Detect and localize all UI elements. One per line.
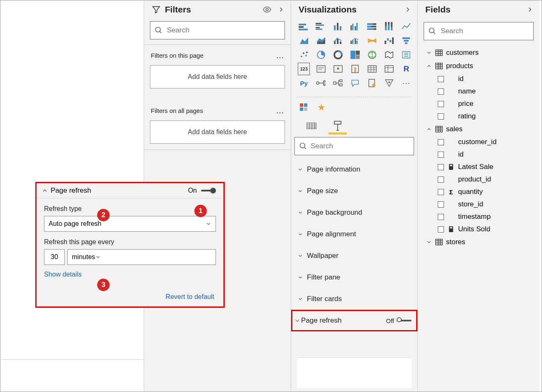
checkbox[interactable]	[438, 101, 444, 107]
viz-table-icon[interactable]	[366, 63, 378, 75]
viz-treemap-icon[interactable]	[349, 49, 361, 61]
filters-search[interactable]	[150, 21, 285, 39]
checkbox[interactable]	[438, 76, 444, 82]
revert-default-link[interactable]: Revert to default	[37, 278, 223, 301]
toggle-off-icon[interactable]	[397, 318, 412, 323]
viz-line-column-icon[interactable]	[332, 34, 344, 47]
format-search-input[interactable]	[311, 142, 410, 150]
viz-line-icon[interactable]	[400, 20, 412, 33]
svg-point-1	[156, 27, 161, 32]
viz-fields-tab[interactable]	[304, 119, 319, 133]
field-products-id[interactable]: id	[418, 73, 540, 85]
viz-appsource-icon[interactable]	[298, 101, 310, 114]
refresh-type-select[interactable]: Auto page refresh	[44, 216, 216, 232]
viz-waterfall-icon[interactable]	[383, 34, 395, 47]
table-stores[interactable]: stores	[418, 235, 540, 249]
checkbox[interactable]	[438, 201, 444, 208]
field-sales-timestamp[interactable]: timestamp	[418, 211, 540, 223]
format-page-refresh[interactable]: Page refresh Off	[291, 310, 417, 331]
viz-clustered-bar-icon[interactable]	[315, 20, 327, 33]
viz-100-column-icon[interactable]	[383, 20, 395, 33]
viz-key-influencers-icon[interactable]	[315, 77, 327, 89]
field-products-rating[interactable]: rating	[418, 110, 540, 122]
viz-decomposition-icon[interactable]	[332, 77, 344, 89]
viz-ribbon-icon[interactable]	[366, 34, 378, 47]
viz-python-icon[interactable]: Py	[298, 77, 310, 89]
field-sales-latest-sale[interactable]: Latest Sale	[418, 161, 540, 173]
svg-point-45	[306, 51, 308, 53]
field-sales-product_id[interactable]: product_id	[418, 173, 540, 186]
checkbox[interactable]	[438, 176, 444, 183]
field-sales-quantity[interactable]: Σquantity	[418, 186, 540, 198]
format-filter-pane[interactable]: Filter pane	[291, 267, 417, 288]
divider	[1, 359, 144, 360]
checkbox[interactable]	[438, 189, 444, 195]
viz-map-icon[interactable]	[366, 49, 378, 61]
viz-filled-map-icon[interactable]	[383, 49, 395, 61]
viz-card-icon[interactable]	[315, 63, 327, 75]
chevron-right-icon[interactable]	[404, 6, 412, 13]
format-filter-cards[interactable]: Filter cards	[291, 288, 417, 310]
format-page-alignment[interactable]: Page alignment	[291, 223, 417, 245]
viz-stacked-area-icon[interactable]	[315, 34, 327, 47]
viz-stacked-column-icon[interactable]	[332, 20, 344, 33]
viz-pin-icon[interactable]: ★	[315, 101, 328, 114]
format-page-size[interactable]: Page size	[291, 180, 417, 202]
viz-slicer-icon[interactable]	[349, 63, 361, 75]
table-products[interactable]: products	[418, 59, 540, 73]
field-sales-customer_id[interactable]: customer_id	[418, 136, 540, 148]
viz-pie-icon[interactable]	[315, 49, 327, 61]
format-wallpaper[interactable]: Wallpaper	[291, 245, 417, 267]
chevron-right-icon[interactable]	[526, 6, 534, 13]
viz-scatter-icon[interactable]	[298, 49, 310, 61]
table-sales[interactable]: sales	[418, 122, 540, 136]
chevron-right-icon[interactable]	[277, 6, 285, 13]
viz-matrix-icon[interactable]	[383, 63, 395, 75]
viz-r-icon[interactable]: R	[400, 63, 412, 75]
viz-more-icon[interactable]: ⋯	[400, 77, 412, 89]
field-products-price[interactable]: price	[418, 98, 540, 110]
viz-stacked-bar-icon[interactable]	[298, 20, 310, 33]
viz-shape-map-icon[interactable]	[400, 49, 412, 61]
chevron-up-icon[interactable]	[42, 187, 48, 194]
field-products-name[interactable]: name	[418, 85, 540, 98]
format-page-background[interactable]: Page background	[291, 202, 417, 223]
fields-search[interactable]	[424, 22, 534, 40]
viz-area-icon[interactable]	[298, 34, 310, 47]
fields-search-input[interactable]	[441, 27, 529, 35]
toggle-on-icon[interactable]	[201, 188, 216, 194]
refresh-interval-value[interactable]: 30	[44, 249, 65, 265]
table-customers[interactable]: customers	[418, 46, 540, 59]
field-sales-id[interactable]: id	[418, 148, 540, 161]
refresh-interval-unit[interactable]: minutes	[67, 249, 216, 265]
more-icon[interactable]: …	[276, 51, 285, 60]
checkbox[interactable]	[438, 113, 444, 120]
viz-gauge-icon[interactable]: 123	[298, 63, 310, 75]
filters-allpages-dropzone[interactable]: Add data fields here	[150, 120, 285, 144]
format-page-information[interactable]: Page information	[291, 159, 417, 180]
field-sales-store_id[interactable]: store_id	[418, 198, 540, 211]
checkbox[interactable]	[438, 164, 444, 170]
filters-page-dropzone[interactable]: Add data fields here	[150, 65, 285, 88]
viz-paginated-icon[interactable]	[366, 77, 378, 89]
checkbox[interactable]	[438, 88, 444, 95]
viz-qna-icon[interactable]	[349, 77, 361, 89]
format-search[interactable]	[294, 137, 414, 155]
viz-clustered-column-icon[interactable]	[349, 20, 361, 33]
filters-search-input[interactable]	[167, 26, 280, 34]
more-icon[interactable]: …	[276, 106, 285, 115]
field-sales-units-sold[interactable]: Units Sold	[418, 223, 540, 235]
checkbox[interactable]	[438, 214, 444, 220]
checkbox[interactable]	[438, 152, 444, 158]
viz-100-bar-icon[interactable]	[366, 20, 378, 33]
checkbox[interactable]	[438, 226, 444, 233]
viz-kpi-icon[interactable]	[332, 63, 344, 75]
viz-funnel-icon[interactable]	[400, 34, 412, 47]
eye-icon[interactable]	[262, 5, 272, 14]
viz-format-tab[interactable]	[330, 119, 345, 133]
checkbox[interactable]	[438, 139, 444, 145]
viz-custom-icon[interactable]	[383, 77, 395, 89]
viz-line-clustered-column-icon[interactable]	[349, 34, 361, 47]
show-details-link[interactable]: Show details	[44, 271, 82, 278]
viz-donut-icon[interactable]	[332, 49, 344, 61]
